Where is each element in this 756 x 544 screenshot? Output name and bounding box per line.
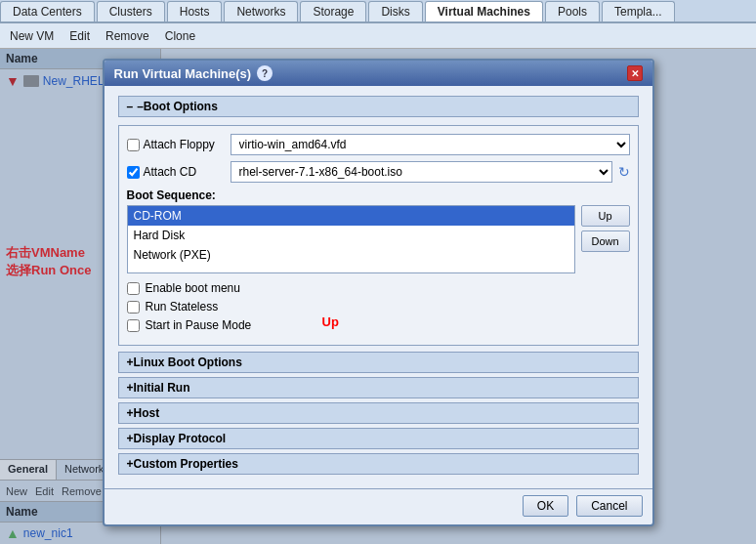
boot-item-harddisk[interactable]: Hard Disk [128,226,574,245]
boot-item-cdrom[interactable]: CD-ROM [128,206,574,226]
tab-pools[interactable]: Pools [545,1,600,21]
run-vm-dialog: Run Virtual Machine(s) ? ✕ – –Boot Optio… [103,59,654,526]
boot-down-button[interactable]: Down [581,230,630,252]
boot-options-content: Attach Floppy virtio-win_amd64.vfd Attac… [118,125,639,346]
linux-boot-section[interactable]: +Linux Boot Options [118,352,639,373]
main-toolbar: New VM Edit Remove Clone [0,23,756,49]
display-protocol-toggle: +Display Protocol [127,432,227,445]
attach-floppy-label: Attach Floppy [127,138,225,151]
start-pause-row: Start in Pause Mode Up [127,318,630,332]
tab-clusters[interactable]: Clusters [97,1,165,21]
start-pause-checkbox[interactable] [127,319,140,332]
tab-virtual-machines[interactable]: Virtual Machines [425,1,543,21]
enable-boot-menu-row: Enable boot menu [127,281,630,295]
new-vm-button[interactable]: New VM [6,29,58,43]
help-icon[interactable]: ? [257,65,273,81]
edit-button[interactable]: Edit [65,29,94,43]
cancel-button[interactable]: Cancel [576,495,642,517]
boot-options-toggle: – [127,100,134,113]
attach-floppy-select[interactable]: virtio-win_amd64.vfd [231,134,630,155]
refresh-icon[interactable]: ↻ [618,164,630,180]
modal-title-bar: Run Virtual Machine(s) ? ✕ [105,61,652,86]
custom-properties-toggle: +Custom Properties [127,457,238,471]
boot-item-network[interactable]: Network (PXE) [128,245,574,265]
attach-cd-row: Attach CD rhel-server-7.1-x86_64-boot.is… [127,161,630,183]
enable-boot-menu-checkbox[interactable] [127,282,140,295]
initial-run-section[interactable]: +Initial Run [118,377,639,398]
close-button[interactable]: ✕ [627,65,643,81]
tab-templates[interactable]: Templa... [602,1,675,21]
custom-properties-section[interactable]: +Custom Properties [118,453,639,475]
boot-options-header[interactable]: – –Boot Options [118,96,639,117]
modal-footer: OK Cancel [105,488,652,524]
top-tab-bar: Data Centers Clusters Hosts Networks Sto… [0,0,756,23]
tab-data-centers[interactable]: Data Centers [0,1,95,21]
remove-button[interactable]: Remove [102,29,153,43]
tab-disks[interactable]: Disks [368,1,422,21]
run-stateless-label: Run Stateless [146,300,219,314]
boot-sequence-list[interactable]: CD-ROM Hard Disk Network (PXE) [127,205,575,273]
boot-sequence-label: Boot Sequence: [127,188,630,202]
boot-options-label: –Boot Options [137,100,218,113]
boot-up-button[interactable]: Up [581,205,630,227]
tab-networks[interactable]: Networks [224,1,298,21]
attach-floppy-row: Attach Floppy virtio-win_amd64.vfd [127,134,630,155]
display-protocol-section[interactable]: +Display Protocol [118,428,639,449]
initial-run-toggle: +Initial Run [127,381,190,395]
start-pause-label: Start in Pause Mode [146,318,252,332]
modal-title-text: Run Virtual Machine(s) [114,66,252,81]
host-section[interactable]: +Host [118,402,639,424]
attach-cd-select[interactable]: rhel-server-7.1-x86_64-boot.iso [231,161,612,183]
boot-sequence-container: CD-ROM Hard Disk Network (PXE) Up Down [127,205,630,273]
host-toggle: +Host [127,406,160,420]
boot-sequence-buttons: Up Down [581,205,630,273]
ok-button[interactable]: OK [523,495,568,517]
modal-body: – –Boot Options Attach Floppy virtio-win… [105,86,652,488]
modal-overlay: Run Virtual Machine(s) ? ✕ – –Boot Optio… [0,49,756,544]
attach-cd-label: Attach CD [127,165,225,179]
attach-floppy-checkbox[interactable] [127,139,140,151]
modal-title-left: Run Virtual Machine(s) ? [114,65,273,81]
run-stateless-checkbox[interactable] [127,301,140,314]
up-annotation: Up [322,314,339,329]
attach-cd-checkbox[interactable] [127,166,140,179]
clone-button[interactable]: Clone [161,29,199,43]
enable-boot-menu-label: Enable boot menu [146,281,240,295]
run-stateless-row: Run Stateless [127,300,630,314]
tab-hosts[interactable]: Hosts [167,1,223,21]
linux-boot-toggle: +Linux Boot Options [127,356,242,369]
tab-storage[interactable]: Storage [300,1,366,21]
main-area: Name ▼ New_RHEL7.1 右击VMName 选择Run Once G… [0,49,756,544]
